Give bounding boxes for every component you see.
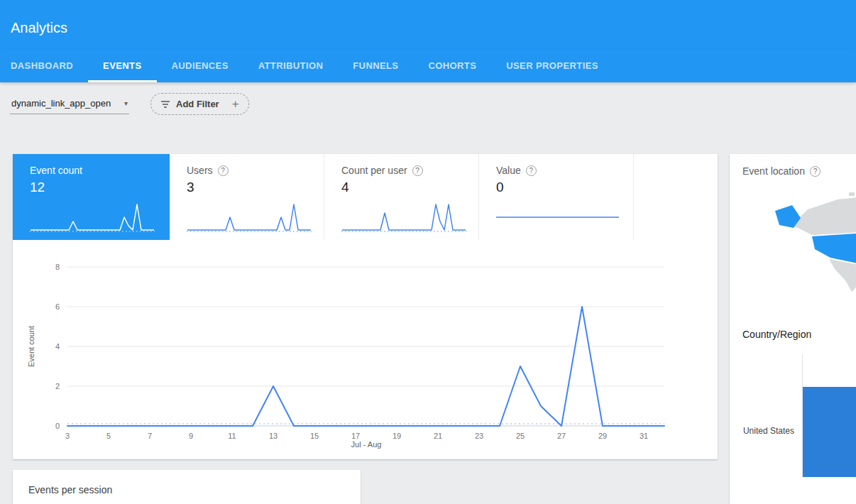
svg-text:7: 7 [148, 432, 152, 440]
svg-text:5: 5 [106, 432, 111, 440]
svg-text:21: 21 [434, 432, 442, 440]
svg-text:29: 29 [598, 432, 607, 440]
page-title: Analytics [11, 20, 67, 36]
tab-cohorts[interactable]: COHORTS [413, 50, 491, 82]
country-region-header: Country/Region [742, 329, 811, 340]
events-per-session-card: Events per session [13, 470, 361, 504]
svg-text:6: 6 [55, 302, 60, 311]
svg-text:11: 11 [228, 432, 236, 440]
help-icon[interactable]: ? [218, 165, 229, 176]
svg-text:9: 9 [189, 432, 193, 440]
svg-text:15: 15 [310, 432, 319, 440]
map-arctic-island [849, 192, 855, 196]
metric-label: Event count [30, 165, 170, 176]
metric-label: Count per user [341, 165, 407, 176]
x-axis-title: Jul - Aug [351, 440, 382, 449]
svg-text:3: 3 [65, 432, 70, 440]
tab-events[interactable]: EVENTS [88, 50, 156, 82]
app-header: Analytics [0, 0, 856, 50]
event-count-chart-area: Event count Jul - Aug 024683579111315171… [13, 240, 718, 462]
metric-label: Users [187, 165, 213, 176]
svg-text:2: 2 [55, 382, 60, 390]
events-per-session-title: Events per session [13, 470, 361, 495]
tab-audiences[interactable]: AUDIENCES [157, 50, 243, 82]
add-filter-button[interactable]: Add Filter + [150, 93, 249, 115]
map-canada [792, 195, 856, 235]
event-location-card: Event location ? Country/Region United S… [730, 154, 856, 504]
map-mexico [829, 259, 856, 292]
metric-value: 0 [496, 180, 633, 195]
svg-text:19: 19 [393, 432, 401, 440]
help-icon[interactable]: ? [412, 165, 423, 176]
tab-dashboard[interactable]: DASHBOARD [0, 50, 88, 82]
svg-text:13: 13 [269, 432, 278, 440]
event-count-sparkline [28, 199, 156, 234]
chevron-down-icon: ▾ [124, 99, 128, 107]
event-select-dropdown[interactable]: dynamic_link_app_open ▾ [10, 97, 129, 114]
help-icon[interactable]: ? [526, 165, 537, 176]
add-filter-label: Add Filter [176, 99, 219, 109]
metric-tile-event-count[interactable]: Event count 12 [13, 154, 170, 240]
svg-text:17: 17 [351, 432, 360, 440]
svg-text:8: 8 [55, 263, 60, 271]
metric-tile-users[interactable]: Users ? 3 [170, 154, 324, 240]
svg-text:27: 27 [557, 432, 566, 440]
tab-attribution[interactable]: ATTRIBUTION [243, 50, 339, 82]
country-label: United States [730, 426, 799, 436]
events-overview-card: Event count 12 Users ? 3 Count per user … [13, 154, 718, 459]
metric-label: Value [496, 165, 521, 176]
event-select-value: dynamic_link_app_open [11, 98, 111, 109]
plus-icon: + [232, 97, 239, 111]
svg-text:25: 25 [516, 432, 525, 440]
count-per-user-sparkline [340, 199, 468, 234]
svg-text:4: 4 [55, 342, 60, 351]
metric-tile-count-per-user[interactable]: Count per user ? 4 [324, 154, 479, 240]
metric-value: 4 [341, 180, 478, 195]
analytics-events-screen: Analytics DASHBOARD EVENTS AUDIENCES ATT… [0, 0, 856, 504]
event-count-line-chart: Event count Jul - Aug 024683579111315171… [13, 240, 718, 459]
united-states-bar[interactable] [803, 387, 856, 477]
svg-text:31: 31 [640, 432, 648, 440]
metric-value: 3 [187, 180, 324, 195]
users-sparkline [185, 199, 313, 234]
value-sparkline [495, 199, 622, 234]
filter-list-icon [160, 100, 170, 109]
svg-text:23: 23 [475, 432, 483, 440]
north-america-map [772, 184, 856, 326]
metric-tiles: Event count 12 Users ? 3 Count per user … [13, 154, 718, 240]
metric-value: 12 [30, 180, 170, 195]
tab-bar: DASHBOARD EVENTS AUDIENCES ATTRIBUTION F… [0, 50, 856, 82]
event-location-title: Event location [742, 165, 805, 177]
help-icon[interactable]: ? [810, 166, 821, 177]
y-axis-title: Event count [27, 326, 35, 367]
metric-tile-value[interactable]: Value ? 0 [479, 154, 634, 240]
svg-text:0: 0 [55, 422, 60, 430]
tab-user-properties[interactable]: USER PROPERTIES [491, 50, 613, 82]
tab-funnels[interactable]: FUNNELS [338, 50, 413, 82]
